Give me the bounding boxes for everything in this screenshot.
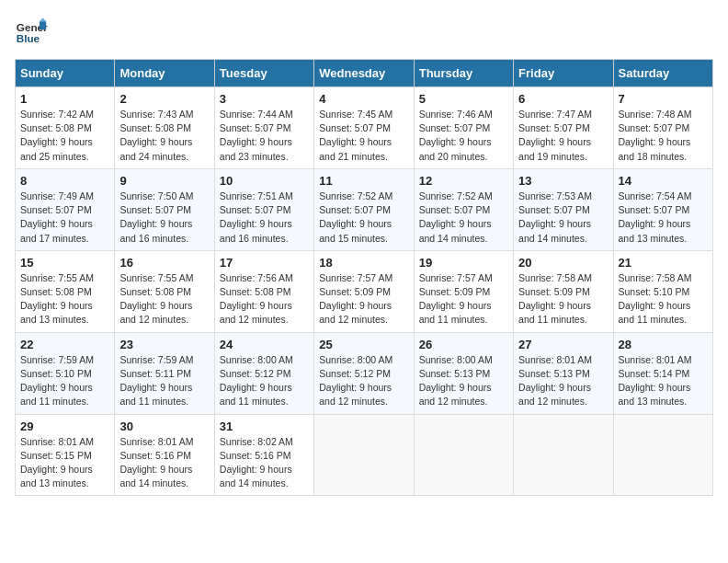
weekday-header-wednesday: Wednesday: [314, 60, 414, 87]
calendar-cell: 10Sunrise: 7:51 AM Sunset: 5:07 PM Dayli…: [214, 168, 313, 250]
day-info: Sunrise: 8:00 AM Sunset: 5:12 PM Dayligh…: [220, 353, 309, 409]
svg-text:Blue: Blue: [17, 32, 40, 44]
day-info: Sunrise: 8:01 AM Sunset: 5:13 PM Dayligh…: [518, 353, 608, 409]
day-number: 14: [619, 174, 708, 188]
day-info: Sunrise: 7:46 AM Sunset: 5:07 PM Dayligh…: [419, 108, 508, 164]
calendar-cell: [514, 414, 613, 496]
day-info: Sunrise: 7:47 AM Sunset: 5:07 PM Dayligh…: [518, 108, 608, 164]
calendar-cell: 7Sunrise: 7:48 AM Sunset: 5:07 PM Daylig…: [613, 87, 712, 169]
day-number: 25: [319, 338, 408, 351]
svg-marker-3: [40, 18, 46, 22]
calendar-cell: 24Sunrise: 8:00 AM Sunset: 5:12 PM Dayli…: [214, 332, 313, 414]
day-info: Sunrise: 8:00 AM Sunset: 5:12 PM Dayligh…: [319, 353, 408, 409]
calendar-week-row: 1Sunrise: 7:42 AM Sunset: 5:08 PM Daylig…: [16, 87, 713, 169]
day-info: Sunrise: 7:51 AM Sunset: 5:07 PM Dayligh…: [220, 190, 309, 246]
day-info: Sunrise: 7:56 AM Sunset: 5:08 PM Dayligh…: [220, 271, 309, 327]
day-info: Sunrise: 7:54 AM Sunset: 5:07 PM Dayligh…: [619, 190, 708, 246]
calendar-cell: 2Sunrise: 7:43 AM Sunset: 5:08 PM Daylig…: [115, 87, 214, 169]
calendar-cell: 12Sunrise: 7:52 AM Sunset: 5:07 PM Dayli…: [414, 168, 513, 250]
day-number: 1: [20, 92, 109, 106]
day-info: Sunrise: 7:53 AM Sunset: 5:07 PM Dayligh…: [518, 190, 608, 246]
calendar-cell: 1Sunrise: 7:42 AM Sunset: 5:08 PM Daylig…: [16, 87, 115, 169]
logo: General Blue: [15, 15, 48, 48]
day-info: Sunrise: 7:55 AM Sunset: 5:08 PM Dayligh…: [119, 271, 209, 327]
calendar-cell: [314, 414, 414, 496]
day-info: Sunrise: 7:58 AM Sunset: 5:10 PM Dayligh…: [619, 271, 708, 327]
calendar-cell: [613, 414, 712, 496]
day-number: 2: [119, 92, 209, 106]
calendar-cell: 31Sunrise: 8:02 AM Sunset: 5:16 PM Dayli…: [214, 414, 313, 496]
day-number: 19: [419, 256, 508, 270]
day-info: Sunrise: 7:52 AM Sunset: 5:07 PM Dayligh…: [319, 190, 408, 246]
day-number: 24: [220, 338, 309, 351]
calendar-cell: 14Sunrise: 7:54 AM Sunset: 5:07 PM Dayli…: [613, 168, 712, 250]
day-number: 7: [619, 92, 708, 106]
day-number: 4: [319, 92, 408, 106]
day-number: 17: [220, 256, 309, 270]
calendar-cell: 4Sunrise: 7:45 AM Sunset: 5:07 PM Daylig…: [314, 87, 414, 169]
weekday-header-thursday: Thursday: [414, 60, 513, 87]
day-number: 5: [419, 92, 508, 106]
day-info: Sunrise: 7:58 AM Sunset: 5:09 PM Dayligh…: [518, 271, 608, 327]
calendar-cell: 9Sunrise: 7:50 AM Sunset: 5:07 PM Daylig…: [115, 168, 214, 250]
day-number: 3: [220, 92, 309, 106]
day-number: 18: [319, 256, 408, 270]
weekday-header-monday: Monday: [115, 60, 214, 87]
weekday-header-tuesday: Tuesday: [214, 60, 313, 87]
day-number: 28: [619, 338, 708, 351]
day-number: 30: [119, 419, 209, 433]
day-number: 20: [518, 256, 608, 270]
calendar-cell: 18Sunrise: 7:57 AM Sunset: 5:09 PM Dayli…: [314, 250, 414, 332]
calendar-week-row: 29Sunrise: 8:01 AM Sunset: 5:15 PM Dayli…: [16, 414, 713, 496]
day-info: Sunrise: 8:01 AM Sunset: 5:15 PM Dayligh…: [20, 435, 109, 491]
calendar-week-row: 8Sunrise: 7:49 AM Sunset: 5:07 PM Daylig…: [16, 168, 713, 250]
day-number: 31: [220, 419, 309, 433]
day-number: 16: [119, 256, 209, 270]
weekday-header-friday: Friday: [514, 60, 613, 87]
day-info: Sunrise: 8:02 AM Sunset: 5:16 PM Dayligh…: [220, 435, 309, 491]
day-info: Sunrise: 7:49 AM Sunset: 5:07 PM Dayligh…: [20, 190, 109, 246]
calendar-cell: 26Sunrise: 8:00 AM Sunset: 5:13 PM Dayli…: [414, 332, 513, 414]
day-info: Sunrise: 7:57 AM Sunset: 5:09 PM Dayligh…: [319, 271, 408, 327]
calendar-cell: [414, 414, 513, 496]
weekday-header-saturday: Saturday: [613, 60, 712, 87]
day-number: 12: [419, 174, 508, 188]
day-number: 13: [518, 174, 608, 188]
day-info: Sunrise: 7:52 AM Sunset: 5:07 PM Dayligh…: [419, 190, 508, 246]
calendar-cell: 20Sunrise: 7:58 AM Sunset: 5:09 PM Dayli…: [514, 250, 613, 332]
calendar-cell: 30Sunrise: 8:01 AM Sunset: 5:16 PM Dayli…: [115, 414, 214, 496]
day-number: 10: [220, 174, 309, 188]
weekday-header-sunday: Sunday: [16, 60, 115, 87]
logo-icon: General Blue: [15, 15, 48, 48]
day-info: Sunrise: 7:44 AM Sunset: 5:07 PM Dayligh…: [220, 108, 309, 164]
calendar-week-row: 22Sunrise: 7:59 AM Sunset: 5:10 PM Dayli…: [16, 332, 713, 414]
day-info: Sunrise: 7:43 AM Sunset: 5:08 PM Dayligh…: [119, 108, 209, 164]
day-number: 22: [20, 338, 109, 351]
calendar-cell: 13Sunrise: 7:53 AM Sunset: 5:07 PM Dayli…: [514, 168, 613, 250]
calendar-cell: 25Sunrise: 8:00 AM Sunset: 5:12 PM Dayli…: [314, 332, 414, 414]
day-info: Sunrise: 7:55 AM Sunset: 5:08 PM Dayligh…: [20, 271, 109, 327]
day-info: Sunrise: 7:59 AM Sunset: 5:10 PM Dayligh…: [20, 353, 109, 409]
calendar-cell: 6Sunrise: 7:47 AM Sunset: 5:07 PM Daylig…: [514, 87, 613, 169]
calendar-table: SundayMondayTuesdayWednesdayThursdayFrid…: [15, 59, 713, 496]
day-info: Sunrise: 8:01 AM Sunset: 5:16 PM Dayligh…: [119, 435, 209, 491]
calendar-cell: 16Sunrise: 7:55 AM Sunset: 5:08 PM Dayli…: [115, 250, 214, 332]
day-number: 8: [20, 174, 109, 188]
day-number: 9: [119, 174, 209, 188]
day-info: Sunrise: 8:00 AM Sunset: 5:13 PM Dayligh…: [419, 353, 508, 409]
day-number: 27: [518, 338, 608, 351]
day-number: 6: [518, 92, 608, 106]
day-info: Sunrise: 7:45 AM Sunset: 5:07 PM Dayligh…: [319, 108, 408, 164]
day-number: 23: [119, 338, 209, 351]
day-number: 15: [20, 256, 109, 270]
calendar-cell: 19Sunrise: 7:57 AM Sunset: 5:09 PM Dayli…: [414, 250, 513, 332]
day-info: Sunrise: 7:42 AM Sunset: 5:08 PM Dayligh…: [20, 108, 109, 164]
day-number: 11: [319, 174, 408, 188]
calendar-cell: 11Sunrise: 7:52 AM Sunset: 5:07 PM Dayli…: [314, 168, 414, 250]
day-info: Sunrise: 7:59 AM Sunset: 5:11 PM Dayligh…: [119, 353, 209, 409]
day-info: Sunrise: 8:01 AM Sunset: 5:14 PM Dayligh…: [619, 353, 708, 409]
calendar-cell: 27Sunrise: 8:01 AM Sunset: 5:13 PM Dayli…: [514, 332, 613, 414]
day-number: 21: [619, 256, 708, 270]
svg-marker-2: [40, 21, 46, 29]
calendar-cell: 8Sunrise: 7:49 AM Sunset: 5:07 PM Daylig…: [16, 168, 115, 250]
